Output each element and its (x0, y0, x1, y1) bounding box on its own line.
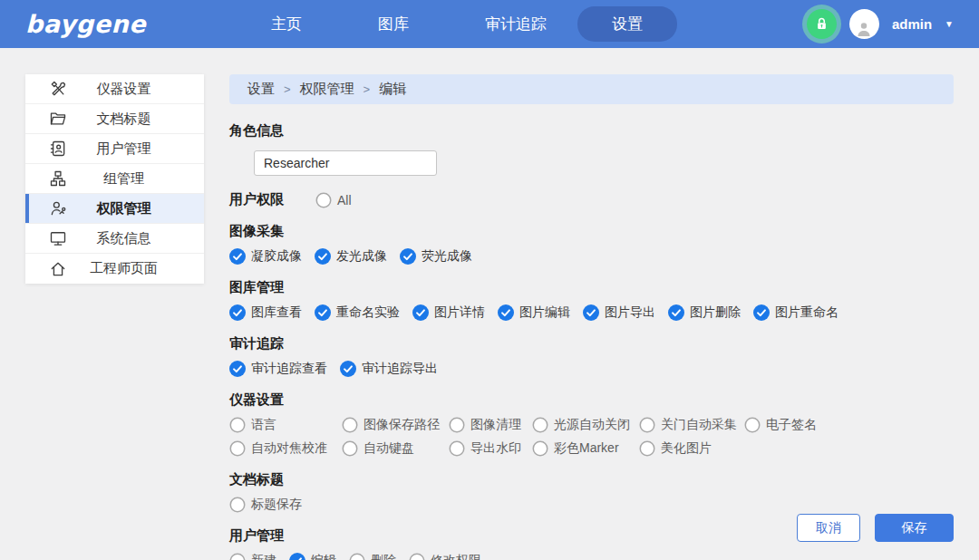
lock-icon[interactable] (807, 9, 837, 39)
checkbox-checked-icon (289, 553, 305, 560)
option-4-4[interactable]: 光源自动关闭 (532, 417, 639, 433)
top-header: baygene 主页图库审计追踪设置 admin ▼ (0, 0, 979, 48)
option-label: 美化图片 (661, 440, 712, 457)
checkbox-checked-icon (668, 304, 684, 321)
section-options: 图库查看重命名实验图片详情图片编辑图片导出图片删除图片重命名 (229, 304, 954, 321)
checkbox-unchecked-icon (342, 440, 358, 457)
role-edit-form: 角色信息 用户权限 All 图像采集凝胶成像发光成像荧光成像图库管理图库查看重命… (229, 122, 954, 560)
breadcrumb-separator: > (275, 82, 300, 96)
option-4-1[interactable]: 语言 (229, 417, 342, 433)
form-actions: 取消 保存 (797, 514, 954, 542)
option-label: 电子签名 (766, 417, 817, 433)
option-2-4[interactable]: 图片编辑 (498, 304, 570, 321)
option-2-6[interactable]: 图片删除 (668, 304, 741, 321)
option-label: 光源自动关闭 (554, 417, 630, 433)
sidebar-item-label: 仪器设置 (67, 81, 204, 98)
checkbox-unchecked-icon (449, 440, 465, 457)
user-key-icon (49, 199, 67, 217)
sidebar-item-6[interactable]: 系统信息 (25, 224, 204, 254)
nav-tab-4[interactable]: 设置 (577, 6, 677, 42)
save-button[interactable]: 保存 (875, 514, 954, 542)
role-name-input[interactable] (254, 150, 437, 176)
option-4-5[interactable]: 关门自动采集 (639, 417, 744, 433)
option-3-2[interactable]: 审计追踪导出 (340, 361, 438, 377)
checkbox-checked-icon (315, 248, 331, 265)
breadcrumb-separator: > (354, 82, 380, 96)
sidebar-item-4[interactable]: 组管理 (25, 164, 204, 194)
option-4-11[interactable]: 美化图片 (639, 440, 744, 457)
sidebar-item-label: 系统信息 (67, 230, 204, 247)
sidebar-item-3[interactable]: 用户管理 (25, 134, 204, 164)
checkbox-unchecked-icon (744, 417, 761, 433)
checkbox-unchecked-icon (342, 417, 358, 433)
option-1-2[interactable]: 发光成像 (315, 248, 387, 265)
option-2-3[interactable]: 图片详情 (412, 304, 485, 321)
option-label: 图像清理 (470, 417, 521, 433)
option-label: 编辑 (311, 553, 336, 560)
contact-book-icon (49, 140, 67, 158)
option-label: 新建 (251, 553, 276, 560)
option-6-4[interactable]: 修改权限 (409, 553, 481, 560)
sidebar-item-7[interactable]: 工程师页面 (25, 254, 204, 284)
option-2-7[interactable]: 图片重命名 (753, 304, 838, 321)
option-4-7[interactable]: 自动对焦校准 (229, 440, 342, 457)
option-2-5[interactable]: 图片导出 (583, 304, 655, 321)
checkbox-unchecked-icon (449, 417, 465, 433)
checkbox-checked-icon (229, 304, 246, 321)
sidebar-item-label: 用户管理 (67, 140, 204, 158)
option-6-3[interactable]: 删除 (349, 553, 396, 560)
breadcrumb-item-2[interactable]: 权限管理 (300, 81, 354, 98)
option-2-2[interactable]: 重命名实验 (315, 304, 400, 321)
option-2-1[interactable]: 图库查看 (229, 304, 302, 321)
section-title: 图库管理 (229, 279, 954, 296)
option-4-3[interactable]: 图像清理 (449, 417, 532, 433)
checkbox-checked-icon (340, 361, 356, 377)
permission-section-1: 图像采集凝胶成像发光成像荧光成像 (229, 223, 954, 265)
section-title: 仪器设置 (229, 391, 954, 409)
option-label: 审计追踪查看 (251, 361, 327, 377)
chevron-down-icon[interactable]: ▼ (945, 19, 954, 29)
checkbox-checked-icon (412, 304, 429, 321)
user-permission-row: 用户权限 All (229, 191, 954, 208)
option-6-2[interactable]: 编辑 (289, 553, 336, 560)
sidebar-item-1[interactable]: 仪器设置 (25, 74, 204, 104)
option-3-1[interactable]: 审计追踪查看 (229, 361, 327, 377)
checkbox-checked-icon (400, 248, 416, 265)
breadcrumb-item-3[interactable]: 编辑 (379, 81, 406, 98)
checkbox-unchecked-icon (229, 497, 246, 513)
cancel-button[interactable]: 取消 (797, 514, 860, 542)
sidebar-item-label: 文档标题 (67, 111, 204, 128)
option-1-3[interactable]: 荧光成像 (400, 248, 472, 265)
option-4-9[interactable]: 导出水印 (449, 440, 532, 457)
option-label: 荧光成像 (422, 248, 472, 265)
option-label: 图片删除 (690, 304, 741, 321)
option-4-6[interactable]: 电子签名 (744, 417, 954, 433)
user-avatar-icon[interactable] (849, 9, 879, 39)
nav-tab-2[interactable]: 图库 (378, 14, 409, 34)
sidebar-item-2[interactable]: 文档标题 (25, 104, 204, 134)
checkbox-checked-icon (229, 248, 246, 265)
permission-section-3: 审计追踪审计追踪查看审计追踪导出 (229, 335, 954, 377)
breadcrumb-item-1[interactable]: 设置 (247, 81, 275, 98)
option-label: 彩色Marker (554, 440, 619, 457)
sidebar-item-5[interactable]: 权限管理 (25, 194, 204, 224)
option-4-2[interactable]: 图像保存路径 (342, 417, 449, 433)
option-label: 图片详情 (434, 304, 485, 321)
option-label: 图片导出 (605, 304, 655, 321)
option-label: 自动对焦校准 (251, 440, 327, 457)
option-5-1[interactable]: 标题保存 (229, 497, 302, 513)
user-permission-all-option[interactable]: All (315, 192, 352, 208)
option-6-1[interactable]: 新建 (229, 553, 276, 560)
section-title: 图像采集 (229, 223, 954, 240)
option-label: 导出水印 (470, 440, 521, 457)
option-label: 修改权限 (431, 553, 481, 560)
checkbox-unchecked-icon (315, 192, 332, 208)
option-label: 重命名实验 (336, 304, 400, 321)
option-1-1[interactable]: 凝胶成像 (229, 248, 302, 265)
option-4-8[interactable]: 自动键盘 (342, 440, 449, 457)
role-info-label: 角色信息 (229, 122, 954, 140)
option-4-10[interactable]: 彩色Marker (532, 440, 639, 457)
nav-tab-3[interactable]: 审计追踪 (485, 14, 547, 34)
nav-tab-1[interactable]: 主页 (271, 14, 302, 34)
user-name: admin (892, 16, 932, 32)
